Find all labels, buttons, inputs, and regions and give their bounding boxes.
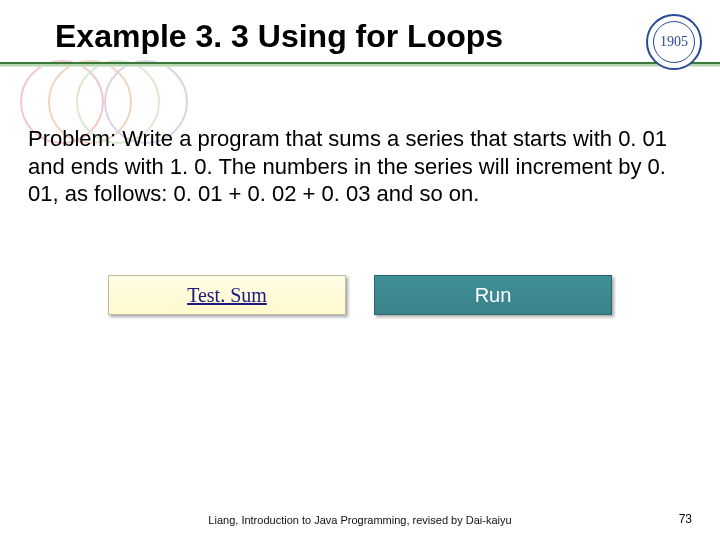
- testsum-link-label: Test. Sum: [187, 284, 267, 307]
- slide-title: Example 3. 3 Using for Loops: [55, 18, 503, 55]
- run-button[interactable]: Run: [374, 275, 612, 315]
- title-underline: [0, 62, 720, 66]
- university-seal-icon: 1905: [646, 14, 702, 70]
- slide: Example 3. 3 Using for Loops 1905 Proble…: [0, 0, 720, 540]
- testsum-link[interactable]: Test. Sum: [108, 275, 346, 315]
- run-button-label: Run: [475, 284, 512, 307]
- button-row: Test. Sum Run: [0, 275, 720, 315]
- problem-statement: Problem: Write a program that sums a ser…: [28, 125, 680, 208]
- page-number: 73: [679, 512, 692, 526]
- footer-citation: Liang, Introduction to Java Programming,…: [0, 514, 720, 526]
